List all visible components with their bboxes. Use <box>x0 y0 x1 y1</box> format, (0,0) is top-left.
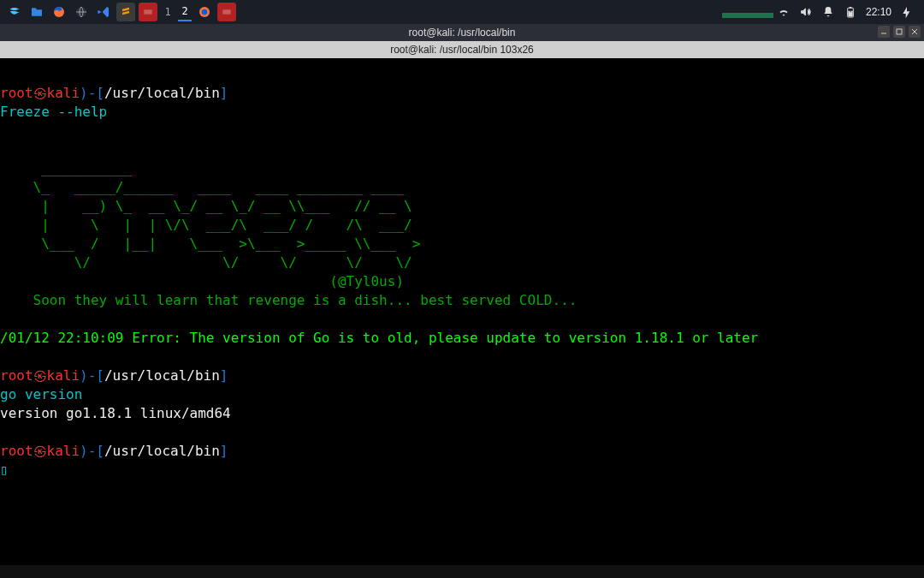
cursor: ▯ <box>0 462 9 478</box>
ascii-line-1: \_ _____/______ ____ ____ ________ ____ <box>0 179 461 195</box>
workspace-1-label: 1 <box>164 6 170 18</box>
volume-icon[interactable] <box>799 5 813 19</box>
command-2: go version <box>0 386 82 402</box>
app-red-icon-2[interactable] <box>217 3 236 21</box>
bell-icon[interactable] <box>821 5 835 19</box>
prompt-user-2: root <box>0 367 33 384</box>
cpu-graph <box>722 6 773 18</box>
svg-rect-5 <box>222 9 230 14</box>
ascii-line-3: | \ | | \/\ ___/\ ___/ / /\ ___/ <box>0 217 461 233</box>
terminal-tab-title: root@kali: /usr/local/bin 103x26 <box>390 44 534 56</box>
prompt-sep-3: )-[ <box>80 443 104 459</box>
prompt-sep-2: )-[ <box>80 367 104 384</box>
skull-icon-2: ㉿ <box>33 367 47 384</box>
ascii-line-0: ___________ <box>0 160 461 176</box>
prompt-user-3: root <box>0 443 33 459</box>
ascii-line-5: \/ \/ \/ \/ \/ <box>0 254 461 271</box>
taskbar: 1 2 22:10 <box>0 0 924 24</box>
battery-icon[interactable] <box>844 5 857 19</box>
svg-rect-9 <box>897 29 902 34</box>
prompt-host-3: kali <box>47 443 80 459</box>
window-maximize-button[interactable] <box>893 26 905 38</box>
window-close-button[interactable] <box>909 26 921 38</box>
skull-icon-3: ㉿ <box>33 443 47 459</box>
system-tray: 22:10 <box>777 5 914 19</box>
workspace-2[interactable]: 2 <box>178 3 192 21</box>
browser-icon[interactable] <box>72 3 91 21</box>
power-icon[interactable] <box>900 5 914 19</box>
prompt-user: root <box>0 85 33 101</box>
prompt-path: /usr/local/bin <box>104 85 220 101</box>
window-title: root@kali: /usr/local/bin <box>409 27 516 39</box>
window-minimize-button[interactable] <box>878 26 890 38</box>
kali-menu-icon[interactable] <box>5 3 24 21</box>
ascii-author: (@Tyl0us) <box>0 273 404 289</box>
prompt-host: kali <box>47 85 80 101</box>
svg-rect-7 <box>850 7 852 8</box>
vscode-icon[interactable] <box>94 3 113 21</box>
svg-point-4 <box>202 9 208 15</box>
error-output: /01/12 22:10:09 Error: The version of Go… <box>0 330 758 346</box>
terminal[interactable]: root㉿kali)-[/usr/local/bin] Freeze --hel… <box>0 58 924 565</box>
prompt-end-3: ] <box>220 443 228 459</box>
ascii-tagline: Soon they will learn that revenge is a d… <box>0 292 577 308</box>
firefox-running-icon[interactable] <box>195 3 214 21</box>
app-red-icon-1[interactable] <box>139 3 157 21</box>
prompt-path-3: /usr/local/bin <box>104 443 220 459</box>
terminal-tab[interactable]: root@kali: /usr/local/bin 103x26 <box>0 41 924 58</box>
command-1: Freeze --help <box>0 104 107 120</box>
prompt-end: ] <box>220 85 228 101</box>
clock[interactable]: 22:10 <box>866 6 891 18</box>
output-2: version go1.18.1 linux/amd64 <box>0 405 231 421</box>
firefox-esr-icon[interactable] <box>50 3 68 21</box>
workspace-2-label: 2 <box>181 5 187 17</box>
skull-icon: ㉿ <box>33 85 47 101</box>
prompt-path-2: /usr/local/bin <box>104 367 220 384</box>
wifi-icon[interactable] <box>777 5 791 19</box>
prompt-sep: )-[ <box>80 85 104 101</box>
svg-rect-2 <box>144 9 151 14</box>
desktop-background <box>0 565 924 578</box>
files-icon[interactable] <box>27 3 46 21</box>
workspace-1[interactable]: 1 <box>161 3 175 21</box>
ascii-line-2: | __) \_ __ \_/ __ \_/ __ \\___ // __ \ <box>0 198 461 214</box>
window-titlebar[interactable]: root@kali: /usr/local/bin <box>0 24 924 41</box>
prompt-host-2: kali <box>47 367 80 384</box>
ascii-line-4: \___ / |__| \___ >\___ >_____ \\___ > <box>0 235 461 252</box>
prompt-end-2: ] <box>220 367 228 384</box>
sublime-icon[interactable] <box>116 3 135 21</box>
